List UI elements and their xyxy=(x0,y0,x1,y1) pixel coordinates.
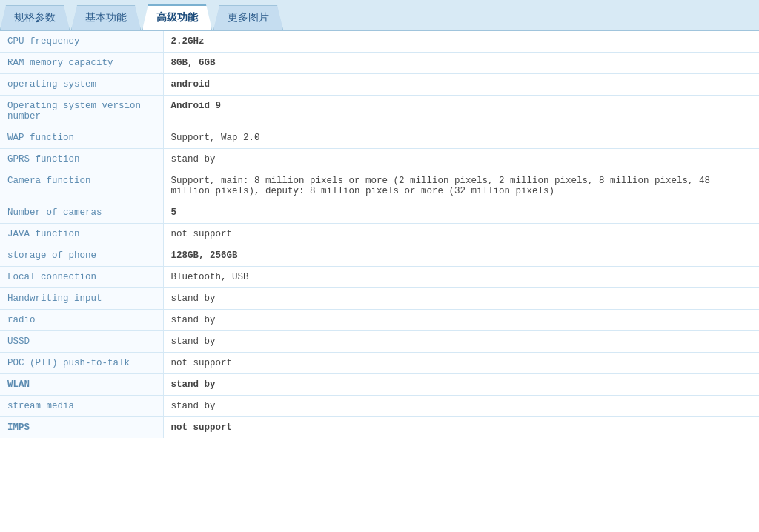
row-value: stand by xyxy=(163,310,759,331)
table-row: WLANstand by xyxy=(0,374,759,396)
table-row: stream mediastand by xyxy=(0,396,759,417)
row-value: stand by xyxy=(163,149,759,170)
row-label: GPRS function xyxy=(0,149,163,170)
table-row: Handwriting inputstand by xyxy=(0,288,759,310)
row-label: WAP function xyxy=(0,127,163,149)
row-label: IMPS xyxy=(0,417,163,439)
row-value: Android 9 xyxy=(163,96,759,127)
row-value: Bluetooth, USB xyxy=(163,267,759,288)
row-value: 8GB, 6GB xyxy=(163,53,759,74)
table-row: Camera functionSupport, main: 8 million … xyxy=(0,170,759,202)
row-label: Local connection xyxy=(0,267,163,288)
row-label: JAVA function xyxy=(0,224,163,245)
table-row: USSDstand by xyxy=(0,331,759,353)
row-value: stand by xyxy=(163,331,759,353)
table-row: storage of phone128GB, 256GB xyxy=(0,245,759,267)
row-value: stand by xyxy=(163,374,759,396)
row-label: CPU frequency xyxy=(0,31,163,53)
row-label: WLAN xyxy=(0,374,163,396)
row-value: stand by xyxy=(163,396,759,417)
row-label: POC (PTT) push-to-talk xyxy=(0,353,163,374)
row-value: not support xyxy=(163,224,759,245)
table-row: Local connectionBluetooth, USB xyxy=(0,267,759,288)
tab-basic[interactable]: 基本功能 xyxy=(71,5,141,30)
row-label: Number of cameras xyxy=(0,202,163,224)
row-value: Support, main: 8 million pixels or more … xyxy=(163,170,759,202)
row-label: Camera function xyxy=(0,170,163,202)
table-row: WAP functionSupport, Wap 2.0 xyxy=(0,127,759,149)
row-label: operating system xyxy=(0,74,163,96)
row-label: radio xyxy=(0,310,163,331)
row-value: 2.2GHz xyxy=(163,31,759,53)
table-row: Operating system version numberAndroid 9 xyxy=(0,96,759,127)
row-value: Support, Wap 2.0 xyxy=(163,127,759,149)
row-value: not support xyxy=(163,353,759,374)
tab-advanced[interactable]: 高级功能 xyxy=(142,4,212,30)
row-label: RAM memory capacity xyxy=(0,53,163,74)
row-value: stand by xyxy=(163,288,759,310)
row-value: 128GB, 256GB xyxy=(163,245,759,267)
tab-images[interactable]: 更多图片 xyxy=(213,5,283,30)
row-label: USSD xyxy=(0,331,163,353)
row-label: Handwriting input xyxy=(0,288,163,310)
spec-table: CPU frequency2.2GHzRAM memory capacity8G… xyxy=(0,31,759,438)
table-row: radiostand by xyxy=(0,310,759,331)
table-row: CPU frequency2.2GHz xyxy=(0,31,759,53)
table-row: Number of cameras5 xyxy=(0,202,759,224)
row-value: not support xyxy=(163,417,759,439)
table-row: POC (PTT) push-to-talknot support xyxy=(0,353,759,374)
page-container: 规格参数 基本功能 高级功能 更多图片 CPU frequency2.2GHzR… xyxy=(0,0,759,532)
row-label: stream media xyxy=(0,396,163,417)
tab-spec[interactable]: 规格参数 xyxy=(0,5,70,30)
row-label: storage of phone xyxy=(0,245,163,267)
table-row: JAVA functionnot support xyxy=(0,224,759,245)
tab-bar: 规格参数 基本功能 高级功能 更多图片 xyxy=(0,0,759,31)
table-row: GPRS functionstand by xyxy=(0,149,759,170)
table-row: RAM memory capacity8GB, 6GB xyxy=(0,53,759,74)
table-row: IMPSnot support xyxy=(0,417,759,439)
row-value: 5 xyxy=(163,202,759,224)
row-value: android xyxy=(163,74,759,96)
row-label: Operating system version number xyxy=(0,96,163,127)
table-row: operating systemandroid xyxy=(0,74,759,96)
